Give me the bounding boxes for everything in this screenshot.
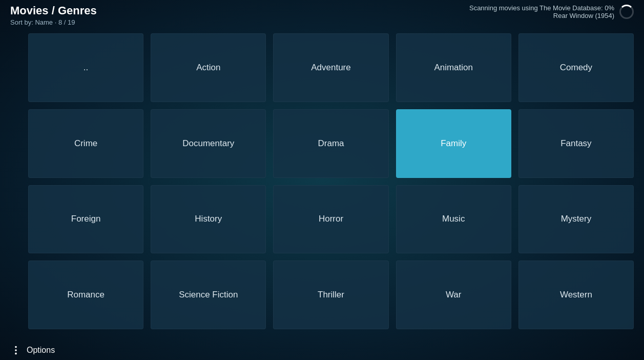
genre-item-western[interactable]: Western: [518, 261, 634, 329]
genre-item-music[interactable]: Music: [396, 185, 511, 254]
genre-item-science-fiction[interactable]: Science Fiction: [151, 261, 266, 329]
genre-item-crime[interactable]: Crime: [28, 109, 143, 178]
genre-item-war[interactable]: War: [396, 261, 511, 329]
options-icon: [10, 345, 22, 356]
header: Movies / Genres Sort by: Name · 8 / 19 S…: [0, 0, 644, 30]
genre-item-mystery[interactable]: Mystery: [518, 185, 634, 254]
genre-item-documentary[interactable]: Documentary: [151, 109, 266, 178]
svg-point-0: [15, 346, 17, 348]
options-label[interactable]: Options: [27, 346, 55, 355]
genre-item-family[interactable]: Family: [396, 109, 511, 178]
page-title: Movies / Genres: [10, 4, 97, 17]
genre-grid: ..ActionAdventureAnimationComedyCrimeDoc…: [28, 33, 634, 329]
genre-item-comedy[interactable]: Comedy: [518, 33, 634, 102]
genre-item-foreign[interactable]: Foreign: [28, 185, 143, 254]
sort-info: Sort by: Name · 8 / 19: [10, 18, 97, 26]
genre-item-fantasy[interactable]: Fantasy: [518, 109, 634, 178]
scan-spinner-icon: [619, 5, 634, 19]
svg-point-2: [15, 353, 17, 355]
genre-item-animation[interactable]: Animation: [396, 33, 511, 102]
title-section: Movies / Genres Sort by: Name · 8 / 19: [10, 4, 97, 26]
svg-point-1: [15, 349, 17, 351]
genre-item-adventure[interactable]: Adventure: [273, 33, 388, 102]
genre-item-dotdot[interactable]: ..: [28, 33, 143, 102]
footer: Options: [0, 341, 644, 360]
genre-item-drama[interactable]: Drama: [273, 109, 388, 178]
scan-text-line2: Rear Window (1954): [469, 12, 614, 19]
genre-item-thriller[interactable]: Thriller: [273, 261, 388, 329]
genre-item-horror[interactable]: Horror: [273, 185, 388, 254]
genre-item-romance[interactable]: Romance: [28, 261, 143, 329]
scan-section: Scanning movies using The Movie Database…: [469, 4, 634, 19]
genre-item-history[interactable]: History: [151, 185, 266, 254]
genre-item-action[interactable]: Action: [151, 33, 266, 102]
scan-text-line1: Scanning movies using The Movie Database…: [469, 4, 614, 12]
